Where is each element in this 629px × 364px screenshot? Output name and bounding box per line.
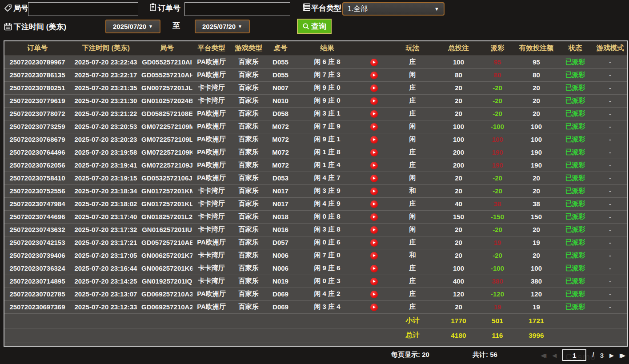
game-mode-cell: -: [593, 172, 627, 184]
play-video-icon[interactable]: [370, 188, 378, 195]
play-video-icon[interactable]: [370, 59, 378, 66]
play-video-icon[interactable]: [370, 162, 378, 169]
game-mode-cell: -: [593, 56, 627, 68]
play-video-icon[interactable]: [370, 265, 378, 272]
play-video-icon[interactable]: [370, 278, 378, 285]
order-id-input[interactable]: [184, 2, 290, 16]
result-cell: 闲 6 庄 8: [294, 56, 360, 68]
date-from-value: 2025/07/20: [113, 23, 146, 30]
grand-total-payout: 116: [480, 328, 515, 343]
game-type-cell: 百家乐: [230, 197, 267, 210]
game-mode-cell: -: [593, 107, 627, 120]
play-cell: [360, 300, 388, 313]
date-from-picker[interactable]: 2025/07/20 ▼: [105, 20, 160, 33]
payout-cell: 19: [480, 236, 515, 249]
game-mode-cell: -: [593, 236, 627, 249]
result-cell: 闲 3 庄 8: [294, 223, 360, 236]
play-video-icon[interactable]: [370, 200, 378, 208]
platform-cell: 卡卡湾厅: [192, 275, 230, 288]
total-bet-cell: 120: [437, 288, 480, 300]
table-row: 2507202307027852025-07-20 23:13:07GD0692…: [4, 288, 627, 300]
result-cell: 闲 1 庄 8: [294, 146, 360, 159]
platform-list-icon: [302, 3, 311, 12]
order-id-cell: 250720230743632: [4, 223, 70, 236]
order-id-cell: 250720230744696: [4, 210, 70, 223]
play-video-icon[interactable]: [370, 175, 378, 182]
valid-bet-cell: 38: [515, 197, 557, 210]
bet-records-table: 订单号下注时间 (美东)局号平台类型游戏类型桌号结果玩法总投注派彩有效投注额状态…: [4, 40, 628, 347]
platform-type-select[interactable]: 1.全部 ▼: [342, 2, 445, 16]
game-mode-cell: -: [593, 288, 627, 300]
round-id-cell: GD057257210AB: [141, 236, 192, 249]
play-video-icon[interactable]: [370, 123, 378, 131]
table-row: 2507202307394062025-07-20 23:17:05GN0062…: [4, 249, 627, 262]
playtype-cell: 闲: [388, 68, 437, 81]
playtype-cell: 闲: [388, 133, 437, 146]
table-row: 2507202307525562025-07-20 23:18:34GN0172…: [4, 184, 627, 197]
play-video-icon[interactable]: [370, 213, 378, 221]
play-video-icon[interactable]: [370, 97, 378, 105]
first-page-button[interactable]: ◀◀: [541, 350, 546, 361]
table-row: 2507202307479842025-07-20 23:18:02GN0172…: [4, 197, 627, 210]
last-page-button[interactable]: ▶▶: [620, 350, 625, 361]
valid-bet-cell: 19: [515, 300, 557, 313]
game-type-cell: 百家乐: [230, 81, 267, 94]
round-id-cell: GD055257210AH: [141, 68, 192, 81]
round-id-cell: GN018257201L2: [141, 210, 192, 223]
play-video-icon[interactable]: [370, 72, 378, 79]
column-header-7: [360, 41, 388, 56]
date-to-picker[interactable]: 2025/07/20 ▼: [195, 20, 250, 33]
bet-time-cell: 2025-07-20 23:14:25: [70, 275, 141, 288]
playtype-cell: 庄: [388, 146, 437, 159]
status-cell: 已派彩: [557, 68, 593, 81]
status-cell: 已派彩: [557, 184, 593, 197]
play-video-icon[interactable]: [370, 226, 378, 234]
platform-cell: PA欧洲厅: [192, 107, 230, 120]
next-page-button[interactable]: ▶: [609, 350, 614, 361]
status-cell: 已派彩: [557, 249, 593, 262]
play-video-icon[interactable]: [370, 110, 378, 118]
play-video-icon[interactable]: [370, 239, 378, 247]
valid-bet-cell: 120: [515, 288, 557, 300]
platform-cell: 卡卡湾厅: [192, 223, 230, 236]
play-cell: [360, 275, 388, 288]
game-mode-cell: -: [593, 68, 627, 81]
total-bet-cell: 20: [437, 300, 480, 313]
play-video-icon[interactable]: [370, 136, 378, 144]
play-cell: [360, 133, 388, 146]
order-id-cell: 250720230780251: [4, 81, 70, 94]
total-bet-cell: 20: [437, 249, 480, 262]
play-video-icon[interactable]: [370, 252, 378, 260]
total-bet-cell: 40: [437, 197, 480, 210]
game-type-cell: 百家乐: [230, 275, 267, 288]
round-id-cell: GD069257210A2: [141, 300, 192, 313]
grand-total-valid-bet: 3996: [515, 328, 557, 343]
play-video-icon[interactable]: [370, 84, 378, 92]
game-type-cell: 百家乐: [230, 172, 267, 184]
bet-time-cell: 2025-07-20 23:18:34: [70, 184, 141, 197]
playtype-cell: 闲: [388, 172, 437, 184]
play-video-icon[interactable]: [370, 149, 378, 156]
payout-cell: -20: [480, 184, 515, 197]
play-video-icon[interactable]: [370, 304, 378, 311]
round-id-input[interactable]: [28, 2, 138, 16]
table-no-cell: M072: [267, 146, 294, 159]
round-id-cell: GN006257201K7: [141, 249, 192, 262]
result-cell: 闲 4 庄 9: [294, 197, 360, 210]
column-header-1: 下注时间 (美东): [70, 41, 141, 56]
query-button[interactable]: 查询: [297, 19, 332, 34]
game-type-cell: 百家乐: [230, 68, 267, 81]
payout-cell: -150: [480, 210, 515, 223]
table-row: 2507202307732592025-07-20 23:20:53GM0722…: [4, 120, 627, 133]
platform-cell: PA欧洲厅: [192, 133, 230, 146]
playtype-cell: 庄: [388, 236, 437, 249]
bet-time-cell: 2025-07-20 23:21:35: [70, 81, 141, 94]
prev-page-button[interactable]: ◀: [552, 350, 557, 361]
table-row: 2507202307584102025-07-20 23:19:15GD0532…: [4, 172, 627, 184]
payout-cell: -20: [480, 81, 515, 94]
table-row: 2507202307421532025-07-20 23:17:21GD0572…: [4, 236, 627, 249]
subtotal-label: 小计: [388, 313, 437, 328]
page-number-input[interactable]: [562, 349, 586, 361]
bet-time-cell: 2025-07-20 23:12:33: [70, 300, 141, 313]
play-video-icon[interactable]: [370, 291, 378, 298]
